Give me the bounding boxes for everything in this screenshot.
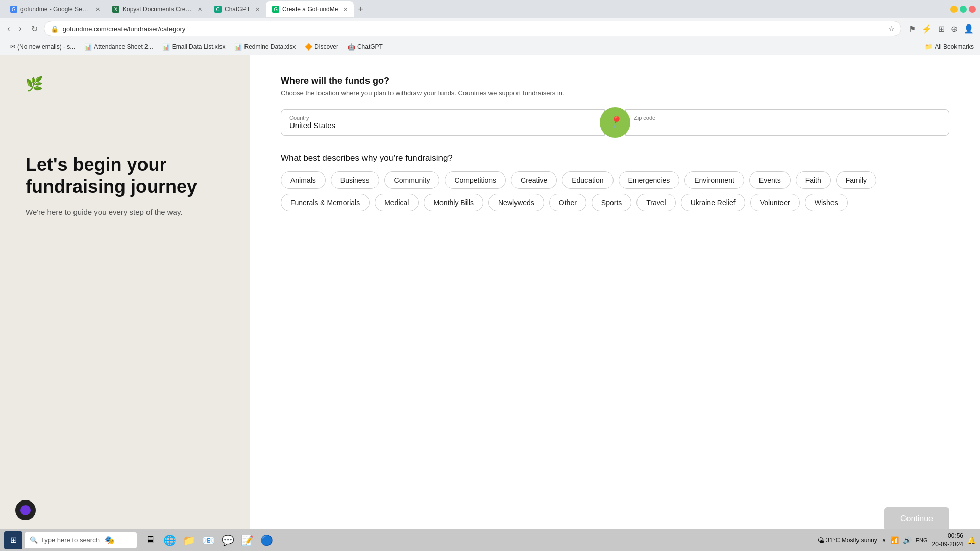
country-label: Country: [289, 115, 596, 121]
profile-icon[interactable]: 👤: [962, 22, 976, 36]
taskbar-apps: 🖥 🌐 📁 📧 💬 📝 🔵: [141, 531, 276, 549]
bookmark-email-data[interactable]: 📊 Email Data List.xlsx: [158, 42, 230, 52]
bookmark-favicon-attendance: 📊: [84, 43, 92, 51]
category-chip-medical[interactable]: Medical: [375, 194, 419, 211]
bookmark-redmine[interactable]: 📊 Redmine Data.xlsx: [230, 42, 300, 52]
tab-chatgpt[interactable]: C ChatGPT ✕: [208, 1, 266, 17]
minimize-button[interactable]: [950, 6, 958, 13]
bookmark-chatgpt[interactable]: 🤖 ChatGPT: [344, 42, 387, 52]
tab-favicon-3: C: [214, 6, 222, 13]
category-chip-ukraine-relief[interactable]: Ukraine Relief: [681, 194, 745, 211]
bookmark-label-attendance: Attendance Sheet 2...: [94, 43, 153, 51]
bookmark-emails[interactable]: ✉ (No new emails) - s...: [6, 42, 79, 52]
taskbar-app-mail[interactable]: 📧: [199, 531, 217, 549]
star-icon[interactable]: ☆: [888, 24, 895, 33]
maximize-button[interactable]: [960, 6, 967, 13]
explorer-icon: 🖥: [145, 534, 155, 546]
reload-button[interactable]: ↻: [28, 22, 41, 36]
all-bookmarks-icon: 📁: [925, 43, 933, 51]
tab-bar: G gofundme - Google Search ✕ X Kopyst Do…: [0, 0, 980, 18]
taskbar-app-edge[interactable]: 🌐: [160, 531, 179, 549]
notification-icon[interactable]: 🔔: [967, 536, 976, 544]
category-chip-monthly-bills[interactable]: Monthly Bills: [424, 194, 483, 211]
zip-input[interactable]: [634, 121, 941, 130]
search-icon: 🔍: [30, 536, 38, 544]
bookmark-favicon-chatgpt: 🤖: [348, 43, 355, 51]
tab-label-1: gofundme - Google Search: [20, 6, 90, 13]
category-chip-other[interactable]: Other: [549, 194, 586, 211]
zip-field[interactable]: Zip code: [625, 109, 949, 136]
bookmark-discover[interactable]: 🔶 Discover: [301, 42, 342, 52]
category-chip-family[interactable]: Family: [836, 171, 876, 189]
funds-subtitle-text: Choose the location where you plan to wi…: [281, 89, 456, 97]
category-chip-wishes[interactable]: Wishes: [805, 194, 848, 211]
tab-label-3: ChatGPT: [225, 6, 250, 13]
category-chip-competitions[interactable]: Competitions: [445, 171, 506, 189]
taskbar-clock: 00:56 20-09-2024: [932, 532, 963, 549]
forward-button[interactable]: ›: [16, 22, 24, 35]
zip-label: Zip code: [634, 115, 941, 121]
location-row: Country United States 📍 Zip code: [281, 107, 949, 138]
category-chip-events[interactable]: Events: [749, 171, 791, 189]
category-chip-funerals--memorials[interactable]: Funerals & Memorials: [281, 194, 370, 211]
category-chip-emergencies[interactable]: Emergencies: [619, 171, 680, 189]
address-bar-row: ‹ › ↻ 🔒 gofundme.com/create/fundraiser/c…: [0, 18, 980, 39]
taskbar-search-label: Type here to search: [41, 536, 100, 544]
category-chip-faith[interactable]: Faith: [796, 171, 831, 189]
category-chips: AnimalsBusinessCommunityCompetitionsCrea…: [281, 171, 949, 211]
tab-favicon-4: G: [272, 6, 279, 13]
tab-close-3[interactable]: ✕: [255, 6, 260, 13]
bookmark-attendance[interactable]: 📊 Attendance Sheet 2...: [80, 42, 157, 52]
network-icon[interactable]: 📶: [890, 536, 899, 544]
new-tab-button[interactable]: +: [354, 4, 368, 15]
tab-gofundme-search[interactable]: G gofundme - Google Search ✕: [4, 1, 106, 17]
address-bar[interactable]: 🔒 gofundme.com/create/fundraiser/categor…: [44, 21, 901, 36]
tab-close-4[interactable]: ✕: [343, 6, 348, 13]
taskbar-app-chrome[interactable]: 🔵: [257, 531, 276, 549]
taskbar-search[interactable]: 🔍 Type here to search 🎭: [24, 532, 137, 548]
category-chip-sports[interactable]: Sports: [592, 194, 631, 211]
start-button[interactable]: ⊞: [4, 531, 22, 549]
bookmark-favicon-redmine: 📊: [234, 43, 242, 51]
back-button[interactable]: ‹: [4, 22, 13, 35]
tab-label-2: Kopyst Documents Creation.xl...: [122, 6, 192, 13]
close-button[interactable]: [969, 6, 976, 13]
extension-icon-3[interactable]: ⊞: [936, 22, 947, 36]
location-button[interactable]: 📍: [600, 107, 630, 138]
bookmark-label-email-data: Email Data List.xlsx: [172, 43, 226, 51]
category-chip-animals[interactable]: Animals: [281, 171, 326, 189]
extension-icon-2[interactable]: ⚡: [920, 22, 934, 36]
systray: 🌤 31°C Mostly sunny: [817, 536, 877, 544]
funds-subtitle: Choose the location where you plan to wi…: [281, 89, 949, 97]
category-chip-creative[interactable]: Creative: [511, 171, 557, 189]
vs-icon: 📝: [241, 534, 254, 546]
taskbar-app-vs[interactable]: 📝: [238, 531, 256, 549]
language-label: ENG: [916, 537, 928, 543]
tab-close-1[interactable]: ✕: [95, 6, 100, 13]
volume-icon[interactable]: 🔊: [903, 536, 912, 544]
category-chip-newlyweds[interactable]: Newlyweds: [488, 194, 544, 211]
category-chip-business[interactable]: Business: [331, 171, 379, 189]
funds-link[interactable]: Countries we support fundraisers in.: [458, 89, 565, 97]
category-chip-volunteer[interactable]: Volunteer: [750, 194, 800, 211]
all-bookmarks[interactable]: 📁 All Bookmarks: [925, 43, 974, 51]
category-chip-education[interactable]: Education: [562, 171, 613, 189]
taskbar-app-explorer[interactable]: 🖥: [141, 531, 159, 549]
recording-indicator: [15, 500, 36, 520]
tab-close-2[interactable]: ✕: [198, 6, 202, 13]
extension-icon-1[interactable]: ⚑: [906, 22, 918, 36]
sub-text: We're here to guide you every step of th…: [26, 208, 225, 216]
extension-icon-4[interactable]: ⊕: [949, 22, 960, 36]
continue-button[interactable]: Continue: [884, 507, 949, 531]
taskbar-app-teams[interactable]: 💬: [218, 531, 237, 549]
category-chip-environment[interactable]: Environment: [684, 171, 744, 189]
funds-title: Where will the funds go?: [281, 76, 949, 86]
tab-create-gofundme[interactable]: G Create a GoFundMe ✕: [266, 1, 354, 17]
location-pin-icon: 📍: [607, 114, 624, 131]
systray-up[interactable]: ∧: [881, 537, 886, 544]
taskbar-app-files[interactable]: 📁: [180, 531, 198, 549]
category-chip-community[interactable]: Community: [384, 171, 440, 189]
category-chip-travel[interactable]: Travel: [636, 194, 675, 211]
tab-kopyst[interactable]: X Kopyst Documents Creation.xl... ✕: [106, 1, 208, 17]
country-field[interactable]: Country United States: [281, 109, 605, 136]
